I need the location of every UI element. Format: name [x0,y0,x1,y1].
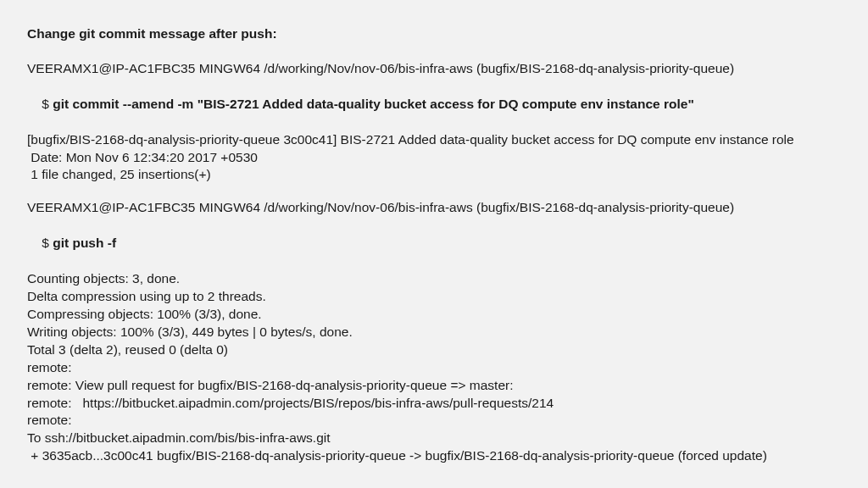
git-amend-command: git commit --amend -m "BIS-2721 Added da… [53,97,694,111]
output-line: remote: [27,359,841,377]
output-line: To ssh://bitbucket.aipadmin.com/bis/bis-… [27,430,841,447]
git-push-command: git push -f [53,236,116,250]
shell-prompt: VEERAMX1@IP-AC1FBC35 MINGW64 /d/working/… [27,199,841,217]
command-line: $ git commit --amend -m "BIS-2721 Added … [27,78,841,131]
output-line: remote: View pull request for bugfix/BIS… [27,377,841,395]
output-line: remote: https://bitbucket.aipadmin.com/p… [27,395,841,413]
terminal-block-push: VEERAMX1@IP-AC1FBC35 MINGW64 /d/working/… [27,199,841,465]
terminal-block-amend: VEERAMX1@IP-AC1FBC35 MINGW64 /d/working/… [27,60,841,184]
output-line: Delta compression using up to 2 threads. [27,288,841,306]
output-line: 1 file changed, 25 insertions(+) [27,166,841,184]
output-line: Total 3 (delta 2), reused 0 (delta 0) [27,341,841,359]
output-line: [bugfix/BIS-2168-dq-analysis-priority-qu… [27,131,841,149]
output-line: + 3635acb...3c00c41 bugfix/BIS-2168-dq-a… [27,447,841,465]
prompt-symbol: $ [42,97,53,111]
output-line: Compressing objects: 100% (3/3), done. [27,306,841,324]
output-line: Counting objects: 3, done. [27,270,841,288]
output-line: Writing objects: 100% (3/3), 449 bytes |… [27,324,841,341]
output-line: Date: Mon Nov 6 12:34:20 2017 +0530 [27,149,841,167]
page-title: Change git commit message after push: [27,25,841,43]
output-line: remote: [27,412,841,430]
shell-prompt: VEERAMX1@IP-AC1FBC35 MINGW64 /d/working/… [27,60,841,78]
command-line: $ git push -f [27,217,841,270]
prompt-symbol: $ [42,236,53,250]
